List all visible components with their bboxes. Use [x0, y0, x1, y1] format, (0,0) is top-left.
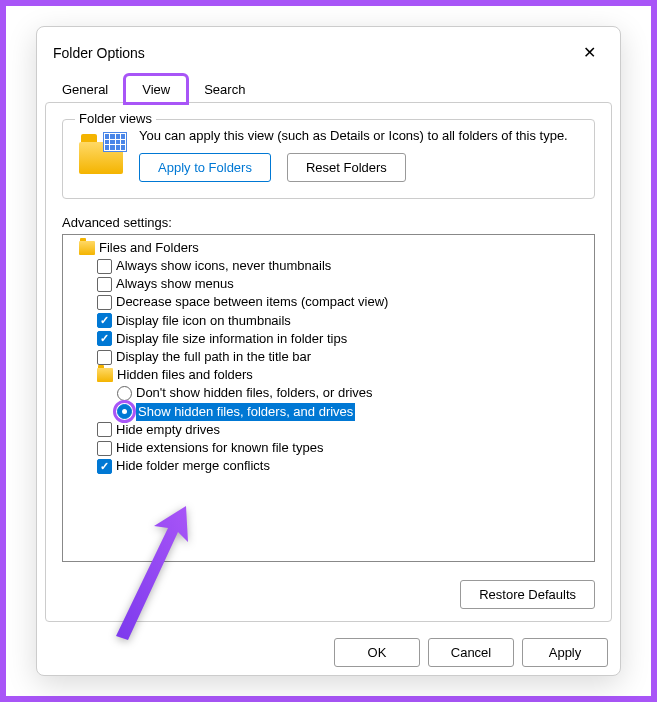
dialog-buttons: OK Cancel Apply [37, 630, 620, 675]
reset-folders-button[interactable]: Reset Folders [287, 153, 406, 182]
tree-label: Show hidden files, folders, and drives [136, 403, 355, 421]
tree-label: Decrease space between items (compact vi… [116, 293, 388, 311]
tree-item-dont-show-hidden[interactable]: Don't show hidden files, folders, or dri… [65, 384, 592, 402]
tree-item-always-menus[interactable]: Always show menus [65, 275, 592, 293]
close-icon[interactable]: ✕ [575, 39, 604, 66]
tree-item-always-icons[interactable]: Always show icons, never thumbnails [65, 257, 592, 275]
folder-views-description: You can apply this view (such as Details… [139, 128, 578, 145]
checkbox-icon[interactable] [97, 331, 112, 346]
tree-label: Hide folder merge conflicts [116, 457, 270, 475]
tree-label: Files and Folders [99, 239, 199, 257]
folder-icon [79, 132, 127, 174]
folder-icon [97, 368, 113, 382]
tree-item-hide-ext[interactable]: Hide extensions for known file types [65, 439, 592, 457]
tree-label: Hide empty drives [116, 421, 220, 439]
ok-button[interactable]: OK [334, 638, 420, 667]
checkbox-icon[interactable] [97, 422, 112, 437]
tab-view[interactable]: View [125, 75, 187, 103]
checkbox-icon[interactable] [97, 350, 112, 365]
folder-options-dialog: Folder Options ✕ General View Search Fol… [36, 26, 621, 676]
tree-label: Hidden files and folders [117, 366, 253, 384]
tree-item-hide-empty[interactable]: Hide empty drives [65, 421, 592, 439]
tree-group-files-folders[interactable]: Files and Folders [65, 239, 592, 257]
tree-item-compact[interactable]: Decrease space between items (compact vi… [65, 293, 592, 311]
tree-item-full-path[interactable]: Display the full path in the title bar [65, 348, 592, 366]
checkbox-icon[interactable] [97, 441, 112, 456]
tree-item-file-icon[interactable]: Display file icon on thumbnails [65, 312, 592, 330]
tree-group-hidden[interactable]: Hidden files and folders [65, 366, 592, 384]
tree-item-hide-merge[interactable]: Hide folder merge conflicts [65, 457, 592, 475]
tree-label: Always show menus [116, 275, 234, 293]
restore-defaults-button[interactable]: Restore Defaults [460, 580, 595, 609]
checkbox-icon[interactable] [97, 459, 112, 474]
checkbox-icon[interactable] [97, 295, 112, 310]
tree-label: Hide extensions for known file types [116, 439, 323, 457]
annotation-frame: Folder Options ✕ General View Search Fol… [0, 0, 657, 702]
tab-general[interactable]: General [45, 75, 125, 103]
radio-icon[interactable] [117, 386, 132, 401]
tab-search[interactable]: Search [187, 75, 262, 103]
tree-label: Always show icons, never thumbnails [116, 257, 331, 275]
advanced-settings-label: Advanced settings: [62, 215, 595, 230]
folder-views-group: Folder views You can apply this view (su… [62, 119, 595, 199]
folder-icon [79, 241, 95, 255]
radio-icon[interactable] [117, 404, 132, 419]
apply-button[interactable]: Apply [522, 638, 608, 667]
folder-views-legend: Folder views [75, 111, 156, 126]
title-bar: Folder Options ✕ [37, 27, 620, 74]
advanced-settings-tree[interactable]: Files and Folders Always show icons, nev… [62, 234, 595, 562]
tree-label: Display file icon on thumbnails [116, 312, 291, 330]
tree-label: Display the full path in the title bar [116, 348, 311, 366]
dialog-title: Folder Options [53, 45, 145, 61]
checkbox-icon[interactable] [97, 313, 112, 328]
tree-label: Don't show hidden files, folders, or dri… [136, 384, 373, 402]
tree-item-file-size[interactable]: Display file size information in folder … [65, 330, 592, 348]
tab-panel-view: Folder views You can apply this view (su… [45, 102, 612, 622]
tab-strip: General View Search [37, 74, 620, 102]
tree-item-show-hidden[interactable]: Show hidden files, folders, and drives [65, 403, 592, 421]
cancel-button[interactable]: Cancel [428, 638, 514, 667]
checkbox-icon[interactable] [97, 277, 112, 292]
tree-label: Display file size information in folder … [116, 330, 347, 348]
apply-to-folders-button[interactable]: Apply to Folders [139, 153, 271, 182]
checkbox-icon[interactable] [97, 259, 112, 274]
